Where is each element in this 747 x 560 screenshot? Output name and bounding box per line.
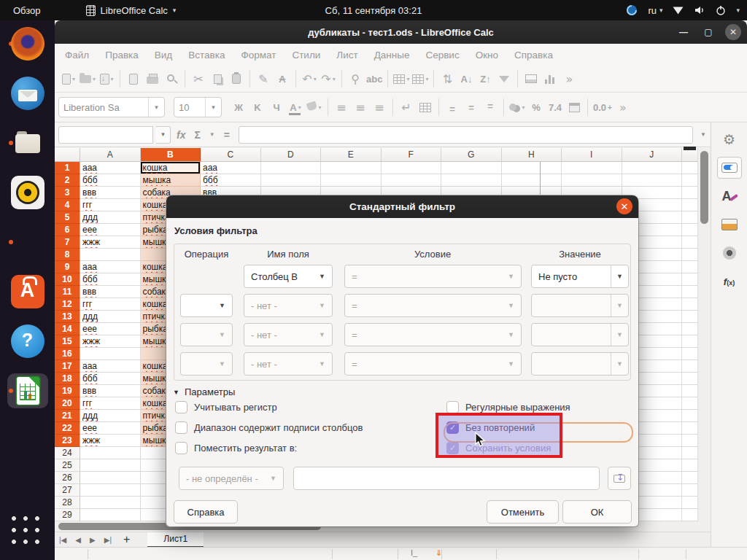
cell-F2[interactable]: [382, 174, 442, 187]
chevron-down-icon[interactable]: ▾: [298, 104, 301, 111]
row-header-21[interactable]: 21: [55, 410, 80, 422]
menu-item-3[interactable]: Вставка: [188, 50, 225, 61]
cell-D2[interactable]: [261, 174, 322, 187]
cell-A2[interactable]: ббб: [80, 174, 141, 187]
cell-J2[interactable]: [622, 174, 683, 187]
cell-B1[interactable]: кошка: [141, 162, 201, 174]
column-header-A[interactable]: A: [80, 148, 141, 162]
align-left[interactable]: ≡: [332, 97, 351, 117]
copy-results-to-field[interactable]: [293, 467, 600, 490]
cell-A20[interactable]: ггг: [80, 397, 141, 410]
chevron-down-icon[interactable]: ▼: [206, 131, 218, 138]
row-header-27[interactable]: 27: [55, 484, 80, 497]
cell-A25[interactable]: [80, 459, 141, 472]
chevron-down-icon[interactable]: ▾: [111, 76, 114, 82]
row-header-14[interactable]: 14: [55, 323, 80, 335]
column-header-I[interactable]: I: [562, 148, 622, 162]
insert-mode-icon[interactable]: I_: [411, 548, 417, 557]
cell-A26[interactable]: [80, 472, 141, 484]
volume-icon[interactable]: [694, 5, 705, 15]
value-combo-3[interactable]: ▼: [531, 323, 629, 346]
ok-button[interactable]: ОК: [562, 500, 632, 524]
column-header-J[interactable]: J: [622, 148, 683, 162]
column-header-F[interactable]: F: [382, 148, 442, 162]
cell-A29[interactable]: [80, 509, 141, 521]
window-titlebar[interactable]: дубликаты - тест1.ods - LibreOffice Calc…: [55, 20, 747, 44]
dock-item-app-grid[interactable]: [7, 515, 48, 550]
cell-A13[interactable]: ддд: [80, 311, 141, 323]
underline[interactable]: Ч: [267, 97, 286, 117]
column-header-D[interactable]: D: [261, 148, 322, 162]
menu-item-7[interactable]: Данные: [374, 50, 410, 61]
cell-A3[interactable]: ввв: [80, 187, 141, 199]
cell-A7[interactable]: жжж: [80, 236, 141, 249]
chevron-down-icon[interactable]: ▾: [72, 76, 75, 82]
row-header-18[interactable]: 18: [55, 373, 80, 385]
option-regular-expressions[interactable]: Регулярные выражения: [446, 400, 570, 414]
format-date[interactable]: [565, 97, 584, 117]
keyboard-layout-indicator[interactable]: ru▾: [648, 5, 662, 16]
dialog-titlebar[interactable]: Стандартный фильтр ✕: [166, 195, 638, 218]
cell-E1[interactable]: [321, 162, 382, 174]
next-sheet-button[interactable]: ▶: [85, 536, 100, 544]
dock-item-rhythmbox[interactable]: [7, 175, 48, 210]
dialog-close-button[interactable]: ✕: [616, 198, 632, 214]
first-sheet-button[interactable]: |◀: [55, 536, 71, 544]
formula-input[interactable]: [239, 126, 693, 144]
cell-H1[interactable]: [502, 162, 562, 174]
cell-A5[interactable]: ддд: [80, 211, 141, 224]
row-header-17[interactable]: 17: [55, 360, 80, 373]
option-copy-results-to[interactable]: Поместить результат в:: [175, 440, 363, 455]
font-size-combo[interactable]: 10 ▼: [174, 97, 222, 117]
menu-item-2[interactable]: Вид: [155, 50, 172, 61]
operator-dropdown-2[interactable]: ▼: [180, 294, 233, 317]
previous-sheet-button[interactable]: ◀: [71, 536, 85, 544]
chevron-down-icon[interactable]: ▾: [314, 76, 317, 82]
range-contains-labels-checkbox[interactable]: [175, 421, 187, 434]
autofilter[interactable]: [495, 69, 514, 89]
paste[interactable]: [227, 69, 246, 89]
dock-item-libreoffice-calc[interactable]: [7, 373, 48, 408]
row-header-4[interactable]: 4: [55, 199, 80, 211]
minimize-button[interactable]: —: [676, 24, 692, 40]
row-header-2[interactable]: 2: [55, 174, 80, 187]
row-header-12[interactable]: 12: [55, 298, 80, 311]
cell-F1[interactable]: [382, 162, 442, 174]
condition-dropdown-3[interactable]: =▼: [344, 323, 522, 346]
highlight-color[interactable]: ▾: [305, 97, 324, 117]
cell-A22[interactable]: еее: [80, 422, 141, 435]
dock-item-help[interactable]: [7, 324, 48, 359]
cell-D1[interactable]: [261, 162, 322, 174]
copy[interactable]: [208, 69, 227, 89]
cell-G2[interactable]: [441, 174, 502, 187]
add-decimal[interactable]: 0.0+: [592, 97, 614, 117]
cell-G1[interactable]: [441, 162, 502, 174]
cell-I1[interactable]: [562, 162, 622, 174]
cell-A17[interactable]: ааа: [80, 360, 141, 373]
cell-A27[interactable]: [80, 484, 141, 497]
split-window-handle[interactable]: [684, 147, 696, 150]
chevron-down-icon[interactable]: ▾: [736, 7, 740, 14]
chevron-down-icon[interactable]: ▾: [93, 76, 96, 82]
cell-A18[interactable]: ббб: [80, 373, 141, 385]
value-combo-2[interactable]: ▼: [531, 294, 629, 317]
case-sensitive-checkbox[interactable]: [175, 401, 187, 413]
sidebar-navigator[interactable]: [717, 242, 742, 264]
cell-A15[interactable]: жжж: [80, 335, 141, 348]
field-dropdown-1[interactable]: Столбец B▼: [244, 265, 333, 288]
row-header-22[interactable]: 22: [55, 422, 80, 435]
italic[interactable]: K: [248, 97, 267, 117]
menu-item-5[interactable]: Стили: [292, 50, 320, 61]
help-button[interactable]: Справка: [174, 500, 238, 524]
menu-item-0[interactable]: Файл: [65, 50, 89, 61]
align-right[interactable]: ≡: [370, 97, 389, 117]
cell-A10[interactable]: ббб: [80, 273, 141, 286]
grid-corner[interactable]: [55, 148, 80, 162]
insert-row[interactable]: ▾: [392, 69, 411, 89]
row-header-16[interactable]: 16: [55, 348, 80, 360]
column-header-E[interactable]: E: [321, 148, 382, 162]
last-sheet-button[interactable]: ▶|: [100, 536, 116, 544]
cell-E2[interactable]: [321, 174, 382, 187]
condition-dropdown-2[interactable]: =▼: [344, 294, 522, 317]
cell-A6[interactable]: еее: [80, 224, 141, 236]
